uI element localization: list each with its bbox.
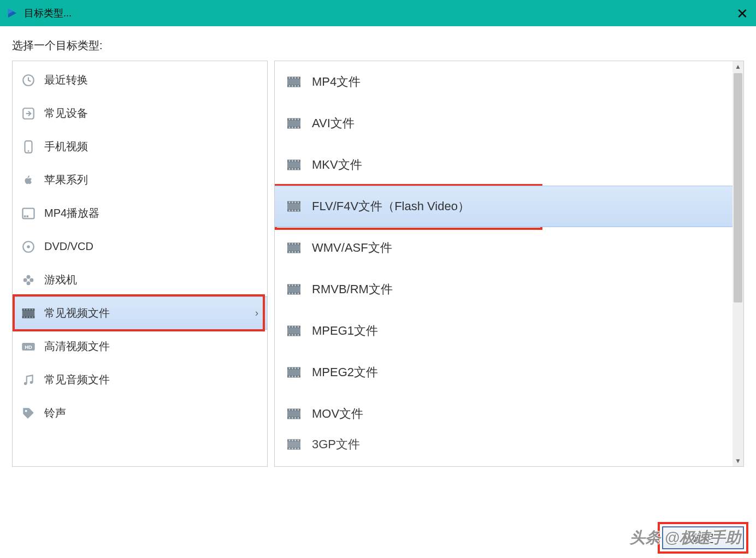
film-icon bbox=[285, 114, 303, 133]
category-label: 常见音频文件 bbox=[44, 372, 110, 387]
svg-point-27 bbox=[30, 381, 33, 383]
svg-rect-102 bbox=[289, 334, 291, 336]
svg-rect-69 bbox=[289, 210, 291, 211]
arrow-right-box-icon bbox=[20, 105, 37, 122]
svg-rect-105 bbox=[298, 334, 299, 336]
category-label: 高清视频文件 bbox=[44, 339, 110, 354]
category-label: 常见设备 bbox=[44, 106, 88, 121]
svg-rect-110 bbox=[292, 367, 293, 369]
svg-rect-55 bbox=[292, 160, 293, 162]
category-label: 苹果系列 bbox=[44, 173, 88, 187]
phone-icon bbox=[20, 139, 37, 155]
svg-rect-90 bbox=[298, 284, 299, 286]
svg-rect-80 bbox=[289, 251, 291, 253]
svg-rect-71 bbox=[294, 210, 296, 211]
tag-icon bbox=[20, 405, 37, 422]
svg-rect-138 bbox=[298, 448, 299, 449]
svg-text:HD: HD bbox=[25, 344, 32, 349]
category-label: 手机视频 bbox=[44, 139, 88, 154]
category-item[interactable]: 铃声 bbox=[13, 396, 267, 430]
svg-rect-37 bbox=[292, 85, 293, 87]
svg-rect-100 bbox=[294, 326, 296, 328]
category-item[interactable]: 常见设备 bbox=[13, 97, 267, 130]
category-item[interactable]: MP4播放器 bbox=[13, 197, 267, 230]
svg-rect-59 bbox=[292, 168, 293, 170]
svg-point-26 bbox=[24, 382, 27, 384]
format-label: WMV/ASF文件 bbox=[312, 240, 392, 256]
film-icon bbox=[285, 73, 303, 91]
format-item[interactable]: FLV/F4V文件（Flash Video） bbox=[275, 186, 733, 227]
category-item[interactable]: DVD/VCD bbox=[13, 230, 267, 263]
svg-rect-66 bbox=[292, 201, 293, 203]
svg-rect-123 bbox=[298, 409, 299, 411]
svg-rect-43 bbox=[289, 118, 291, 120]
svg-rect-94 bbox=[298, 293, 299, 294]
format-item[interactable]: AVI文件 bbox=[275, 103, 733, 144]
svg-rect-109 bbox=[289, 367, 291, 369]
svg-point-12 bbox=[29, 278, 33, 282]
format-item[interactable]: MKV文件 bbox=[275, 144, 733, 186]
clock-icon bbox=[20, 72, 37, 88]
svg-rect-124 bbox=[289, 417, 291, 419]
svg-point-10 bbox=[27, 281, 31, 285]
category-item[interactable]: HD高清视频文件 bbox=[13, 330, 267, 363]
svg-rect-36 bbox=[289, 85, 291, 87]
category-item[interactable]: 最近转换 bbox=[13, 63, 267, 97]
svg-rect-93 bbox=[294, 293, 296, 294]
scrollbar[interactable]: ▲ ▼ bbox=[733, 61, 743, 466]
film-icon bbox=[285, 405, 303, 423]
format-label: MP4文件 bbox=[312, 74, 361, 90]
svg-rect-126 bbox=[294, 417, 296, 419]
category-panel: 最近转换常见设备手机视频苹果系列MP4播放器DVD/VCD游戏机常见视频文件›H… bbox=[12, 61, 268, 467]
svg-rect-65 bbox=[289, 201, 291, 203]
svg-rect-61 bbox=[298, 168, 299, 170]
scroll-down-icon[interactable]: ▼ bbox=[733, 455, 743, 466]
svg-rect-21 bbox=[26, 316, 28, 318]
category-item[interactable]: 手机视频 bbox=[13, 130, 267, 163]
svg-rect-122 bbox=[294, 409, 296, 411]
category-item[interactable]: 常见视频文件› bbox=[13, 296, 267, 330]
disc-icon bbox=[20, 239, 37, 255]
svg-rect-104 bbox=[294, 334, 296, 336]
category-item[interactable]: 苹果系列 bbox=[13, 163, 267, 197]
apple-icon bbox=[20, 172, 37, 188]
scroll-thumb[interactable] bbox=[734, 73, 742, 302]
svg-rect-116 bbox=[298, 376, 299, 377]
svg-rect-38 bbox=[294, 85, 296, 87]
format-item[interactable]: MPEG1文件 bbox=[275, 310, 733, 352]
category-label: 最近转换 bbox=[44, 73, 88, 87]
svg-rect-54 bbox=[289, 160, 291, 162]
film-icon bbox=[20, 305, 37, 322]
svg-rect-58 bbox=[289, 168, 291, 170]
svg-rect-133 bbox=[294, 440, 296, 441]
category-item[interactable]: 常见音频文件 bbox=[13, 363, 267, 396]
svg-rect-70 bbox=[292, 210, 293, 211]
app-icon bbox=[7, 7, 19, 19]
scroll-up-icon[interactable]: ▲ bbox=[733, 61, 743, 72]
format-label: FLV/F4V文件（Flash Video） bbox=[312, 198, 470, 215]
svg-rect-87 bbox=[289, 284, 291, 286]
svg-rect-23 bbox=[32, 316, 33, 318]
ok-button[interactable]: 确定 bbox=[662, 526, 744, 549]
category-label: DVD/VCD bbox=[44, 240, 93, 253]
svg-rect-76 bbox=[289, 243, 291, 245]
format-item[interactable]: RMVB/RM文件 bbox=[275, 269, 733, 310]
svg-rect-67 bbox=[294, 201, 296, 203]
format-item[interactable]: MPEG2文件 bbox=[275, 352, 733, 393]
film-icon bbox=[285, 197, 303, 216]
svg-rect-91 bbox=[289, 293, 291, 294]
format-label: MKV文件 bbox=[312, 157, 362, 173]
format-item[interactable]: WMV/ASF文件 bbox=[275, 227, 733, 269]
svg-rect-103 bbox=[292, 334, 293, 336]
category-label: 游戏机 bbox=[44, 272, 77, 287]
close-button[interactable]: ✕ bbox=[736, 5, 748, 22]
format-label: AVI文件 bbox=[312, 115, 355, 132]
svg-rect-33 bbox=[292, 77, 293, 79]
svg-rect-79 bbox=[298, 243, 299, 245]
svg-rect-98 bbox=[289, 326, 291, 328]
format-item[interactable]: 3GP文件 bbox=[275, 435, 733, 454]
svg-rect-114 bbox=[292, 376, 293, 377]
format-item[interactable]: MOV文件 bbox=[275, 393, 733, 435]
category-item[interactable]: 游戏机 bbox=[13, 263, 267, 296]
format-item[interactable]: MP4文件 bbox=[275, 61, 733, 103]
